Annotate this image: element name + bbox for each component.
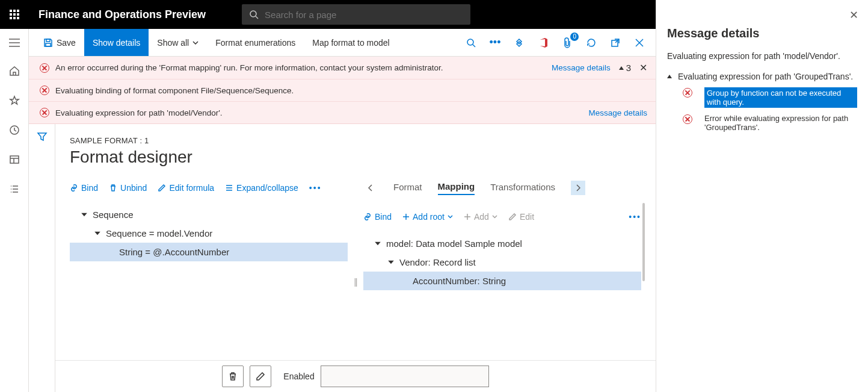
- left-pane-tools: Bind Unbind Edit formula Expand/collapse…: [70, 178, 348, 198]
- tab-mapping[interactable]: Mapping: [438, 181, 475, 195]
- refresh-icon[interactable]: [585, 36, 598, 49]
- panel-title: Message details: [667, 26, 857, 40]
- tree-node[interactable]: Sequence = model.Vendor: [70, 224, 348, 243]
- detail-item[interactable]: Error while evaluating expression for pa…: [667, 114, 857, 132]
- bind-button-right[interactable]: Bind: [363, 212, 392, 222]
- message-details-panel: ✕ Message details Evaluating expression …: [656, 0, 868, 392]
- page-title: Format designer: [70, 148, 641, 167]
- waffle-icon: [10, 10, 19, 19]
- svg-point-19: [467, 39, 473, 45]
- diamond-icon[interactable]: [512, 36, 526, 49]
- detail-item-text: Group by function can not be executed wi…: [704, 87, 857, 108]
- enabled-field[interactable]: [321, 366, 489, 387]
- message-text: An error occurred during the 'Format map…: [55, 63, 443, 72]
- tab-prev[interactable]: [363, 181, 378, 195]
- tree-node-selected[interactable]: AccountNumber: String: [363, 272, 641, 290]
- office-icon[interactable]: [537, 36, 550, 49]
- error-icon: [683, 114, 692, 124]
- search-action-icon[interactable]: [464, 36, 478, 49]
- message-details-link[interactable]: Message details: [552, 63, 611, 72]
- pencil-icon: [256, 372, 265, 381]
- format-enumerations-button[interactable]: Format enumerations: [207, 29, 304, 56]
- save-icon: [43, 38, 53, 48]
- recent-icon[interactable]: [9, 125, 20, 137]
- map-format-button[interactable]: Map format to model: [304, 29, 398, 56]
- detail-group[interactable]: Evaluating expression for path 'GroupedT…: [667, 72, 857, 81]
- message-details-link[interactable]: Message details: [588, 108, 647, 117]
- splitter[interactable]: ‖: [354, 178, 357, 386]
- caret-icon: [388, 261, 394, 264]
- error-icon: [40, 108, 49, 117]
- left-more-icon[interactable]: •••: [309, 183, 322, 193]
- right-more-icon[interactable]: •••: [629, 212, 641, 222]
- tab-format[interactable]: Format: [393, 182, 422, 194]
- chevron-down-icon: [192, 41, 199, 45]
- home-icon[interactable]: [9, 66, 20, 78]
- plus-icon: [402, 213, 410, 220]
- bind-button[interactable]: Bind: [70, 183, 98, 193]
- add-root-button[interactable]: Add root: [402, 212, 453, 222]
- close-panel-icon[interactable]: ✕: [849, 8, 858, 22]
- unbind-button[interactable]: Unbind: [109, 183, 147, 193]
- enabled-label: Enabled: [283, 372, 314, 381]
- tree-node-selected[interactable]: String = @.AccountNumber: [70, 243, 348, 261]
- popout-icon[interactable]: [609, 36, 622, 49]
- footer-tools: Enabled: [55, 360, 656, 392]
- pencil-icon: [508, 213, 517, 221]
- modules-icon[interactable]: [9, 184, 20, 196]
- funnel-icon[interactable]: [37, 131, 48, 392]
- list-icon: [225, 184, 233, 192]
- save-button[interactable]: Save: [35, 29, 84, 56]
- message-row: Evaluating expression for path 'model/Ve…: [29, 102, 656, 123]
- caret-icon: [81, 213, 87, 217]
- caret-icon: [94, 232, 100, 235]
- tab-transformations[interactable]: Transformations: [490, 182, 555, 194]
- message-text: Evaluating expression for path 'model/Ve…: [55, 108, 223, 117]
- attach-badge: 0: [570, 33, 579, 41]
- show-all-button[interactable]: Show all: [149, 29, 207, 56]
- svg-line-20: [473, 45, 475, 47]
- svg-point-0: [250, 11, 256, 17]
- global-search[interactable]: [242, 4, 470, 25]
- edit-footer-button[interactable]: [250, 366, 271, 387]
- message-text: Evaluating binding of format component F…: [55, 86, 294, 95]
- close-icon[interactable]: [633, 36, 646, 49]
- search-input[interactable]: [265, 10, 463, 20]
- edit-formula-button[interactable]: Edit formula: [158, 183, 214, 193]
- action-icons: ••• 0: [464, 36, 656, 49]
- delete-button[interactable]: [222, 366, 244, 387]
- left-pane: Bind Unbind Edit formula Expand/collapse…: [70, 178, 348, 386]
- main-content: Save Show details Show all Format enumer…: [29, 29, 656, 392]
- hamburger-icon[interactable]: [9, 39, 20, 49]
- show-all-label: Show all: [157, 38, 189, 48]
- designer-body: SAMPLE FORMAT : 1 Format designer Bind U…: [55, 124, 656, 392]
- show-details-button[interactable]: Show details: [84, 29, 149, 56]
- edit-button: Edit: [508, 212, 534, 222]
- attachments-icon[interactable]: 0: [561, 36, 574, 49]
- tree-node[interactable]: Sequence: [70, 205, 348, 224]
- svg-rect-17: [46, 39, 50, 42]
- svg-rect-18: [46, 43, 51, 46]
- message-count[interactable]: 3: [619, 63, 631, 73]
- right-pane: Format Mapping Transformations Bind Add …: [363, 178, 641, 386]
- tree-node[interactable]: model: Data model Sample model: [363, 234, 641, 253]
- more-actions-icon[interactable]: •••: [488, 36, 502, 49]
- tab-next[interactable]: [571, 181, 585, 195]
- workspace-icon[interactable]: [9, 154, 20, 167]
- detail-item-text: Error while evaluating expression for pa…: [704, 114, 857, 132]
- link-icon: [363, 213, 372, 221]
- format-tree: Sequence Sequence = model.Vendor String …: [70, 205, 348, 261]
- expand-collapse-button[interactable]: Expand/collapse: [225, 183, 298, 193]
- app-title: Finance and Operations Preview: [38, 8, 206, 21]
- error-icon: [683, 88, 692, 98]
- trash-icon: [109, 184, 117, 192]
- designer-area: SAMPLE FORMAT : 1 Format designer Bind U…: [29, 124, 656, 392]
- model-tree: model: Data model Sample model Vendor: R…: [363, 234, 641, 290]
- link-icon: [70, 184, 78, 192]
- star-icon[interactable]: [9, 95, 20, 108]
- app-launcher[interactable]: [0, 10, 29, 19]
- tree-node[interactable]: Vendor: Record list: [363, 253, 641, 272]
- detail-item-selected[interactable]: Group by function can not be executed wi…: [667, 87, 857, 108]
- dismiss-messages[interactable]: ✕: [639, 63, 647, 73]
- svg-line-1: [256, 16, 258, 19]
